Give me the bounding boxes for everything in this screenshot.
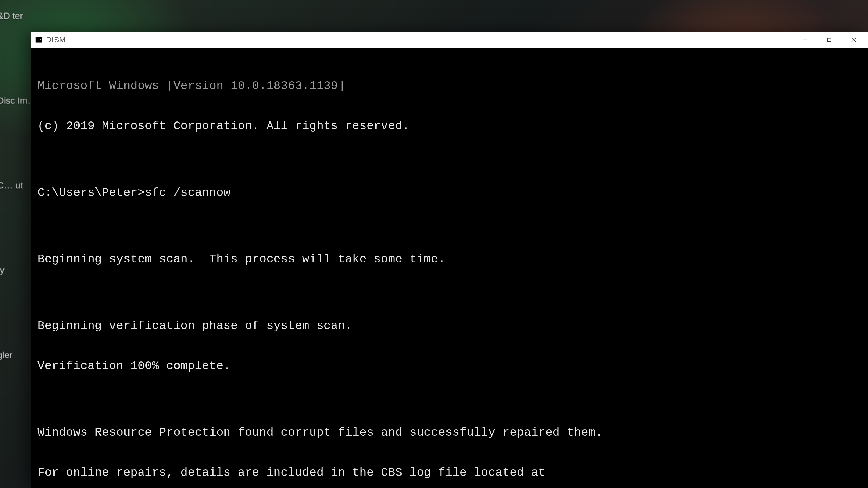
cmd-icon: C:\	[35, 36, 43, 44]
terminal-line: Verification 100% complete.	[37, 359, 862, 372]
svg-text:C:\: C:\	[36, 38, 42, 42]
terminal-line: Beginning system scan. This process will…	[37, 253, 862, 266]
terminal-line: C:\Users\Peter>sfc /scannow	[37, 186, 862, 199]
terminal-line: (c) 2019 Microsoft Corporation. All righ…	[37, 119, 862, 133]
terminal-line: Beginning verification phase of system s…	[37, 319, 862, 332]
title-bar[interactable]: C:\ DISM	[31, 32, 868, 48]
desktop-icon-label: &D ter	[0, 11, 36, 21]
command-prompt-window: C:\ DISM Microsoft Windows [Version 10.0…	[31, 32, 868, 488]
svg-rect-3	[828, 38, 831, 41]
terminal-line: Microsoft Windows [Version 10.0.18363.11…	[37, 79, 862, 93]
close-button[interactable]	[843, 32, 864, 48]
terminal-line: For online repairs, details are included…	[37, 466, 862, 479]
window-title: DISM	[46, 36, 66, 44]
terminal-output[interactable]: Microsoft Windows [Version 10.0.18363.11…	[31, 48, 868, 488]
minimize-button[interactable]	[794, 32, 815, 48]
terminal-line: Windows Resource Protection found corrup…	[37, 426, 862, 439]
desktop-background: &D ter Disc Im… C… ut ty gler C:\ DISM	[0, 0, 868, 488]
maximize-button[interactable]	[818, 32, 840, 48]
